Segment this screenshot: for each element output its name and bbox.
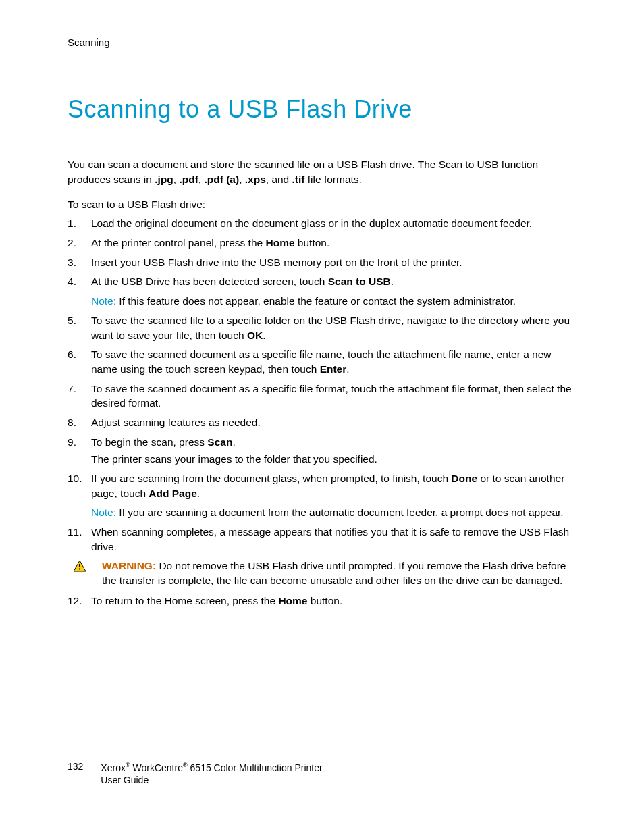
note-text: If you are scanning a document from the …	[116, 506, 564, 518]
step-text: When scanning completes, a message appea…	[91, 526, 569, 552]
step-text: button.	[295, 237, 330, 249]
svg-rect-2	[79, 569, 80, 570]
ok-label: OK	[247, 330, 263, 341]
footer-brand: Xerox	[101, 762, 126, 773]
note-block: Note: If you are scanning a document fro…	[91, 505, 576, 520]
format-pdfa: .pdf (a)	[204, 174, 239, 185]
step-continuation: The printer scans your images to the fol…	[91, 452, 576, 467]
warning-block: WARNING: Do not remove the USB Flash dri…	[68, 558, 576, 588]
comma: , and	[266, 174, 292, 185]
footer-lines: Xerox® WorkCentre® 6515 Color Multifunct…	[101, 761, 322, 787]
step-8: Adjust scanning features as needed.	[68, 415, 576, 430]
format-tif: .tif	[292, 174, 305, 185]
step-text: To save the scanned file to a specific f…	[91, 315, 570, 341]
step-text: Load the original document on the docume…	[91, 217, 532, 229]
warning-body: Do not remove the USB Flash drive until …	[102, 560, 566, 586]
intro-tail: file formats.	[304, 174, 361, 185]
footer-model: 6515 Color Multifunction Printer	[188, 762, 323, 773]
step-list-continued: To return to the Home screen, press the …	[68, 594, 576, 608]
step-text: At the USB Drive has been detected scree…	[91, 276, 328, 287]
step-6: To save the scanned document as a specif…	[68, 347, 576, 376]
step-12: To return to the Home screen, press the …	[68, 594, 576, 608]
step-text: .	[263, 330, 265, 341]
step-1: Load the original document on the docume…	[68, 216, 576, 231]
step-text: .	[346, 363, 349, 375]
comma: ,	[239, 174, 245, 185]
enter-label: Enter	[320, 363, 347, 375]
footer-product: WorkCentre	[130, 762, 183, 773]
step-11: When scanning completes, a message appea…	[68, 525, 576, 554]
step-4: At the USB Drive has been detected scree…	[68, 274, 576, 308]
step-text: button.	[308, 595, 343, 606]
section-name: Scanning	[68, 36, 110, 48]
scan-to-usb-label: Scan to USB	[328, 276, 391, 287]
intro-paragraph: You can scan a document and store the sc…	[68, 157, 576, 186]
note-label: Note:	[91, 506, 116, 518]
step-10: If you are scanning from the document gl…	[68, 471, 576, 520]
step-text: .	[232, 436, 235, 448]
registered-icon: ®	[126, 762, 130, 768]
warning-text: WARNING: Do not remove the USB Flash dri…	[91, 558, 576, 588]
step-text: At the printer control panel, press the	[91, 237, 265, 249]
step-text: Adjust scanning features as needed.	[91, 417, 261, 428]
page-footer: 132 Xerox® WorkCentre® 6515 Color Multif…	[68, 761, 323, 787]
page-number: 132	[68, 761, 83, 772]
home-label: Home	[278, 595, 307, 606]
add-page-label: Add Page	[149, 488, 196, 499]
format-jpg: .jpg	[155, 174, 173, 185]
svg-rect-1	[79, 564, 80, 567]
step-9: To begin the scan, press Scan. The print…	[68, 435, 576, 467]
home-label: Home	[265, 237, 294, 249]
step-text: To return to the Home screen, press the	[91, 595, 278, 606]
footer-doc: User Guide	[101, 775, 149, 785]
step-text: Insert your USB Flash drive into the USB…	[91, 257, 462, 268]
step-7: To save the scanned document as a specif…	[68, 382, 576, 411]
step-3: Insert your USB Flash drive into the USB…	[68, 255, 576, 270]
warning-label: WARNING:	[102, 560, 156, 571]
step-text: To save the scanned document as a specif…	[91, 383, 572, 409]
step-list: Load the original document on the docume…	[68, 216, 576, 554]
note-label: Note:	[91, 295, 116, 307]
scan-label: Scan	[207, 436, 232, 448]
step-text: To begin the scan, press	[91, 436, 207, 448]
format-xps: .xps	[245, 174, 266, 185]
page-header: Scanning	[68, 36, 576, 48]
warning-icon	[68, 558, 91, 575]
step-text: If you are scanning from the document gl…	[91, 473, 451, 484]
page-title: Scanning to a USB Flash Drive	[68, 95, 576, 124]
step-text: .	[391, 276, 394, 287]
step-2: At the printer control panel, press the …	[68, 236, 576, 251]
note-block: Note: If this feature does not appear, e…	[91, 294, 576, 309]
step-5: To save the scanned file to a specific f…	[68, 313, 576, 342]
done-label: Done	[451, 473, 477, 484]
format-pdf: .pdf	[179, 174, 198, 185]
registered-icon: ®	[183, 762, 188, 768]
step-text: .	[197, 488, 200, 499]
note-text: If this feature does not appear, enable …	[116, 295, 516, 307]
subheading: To scan to a USB Flash drive:	[68, 199, 576, 211]
